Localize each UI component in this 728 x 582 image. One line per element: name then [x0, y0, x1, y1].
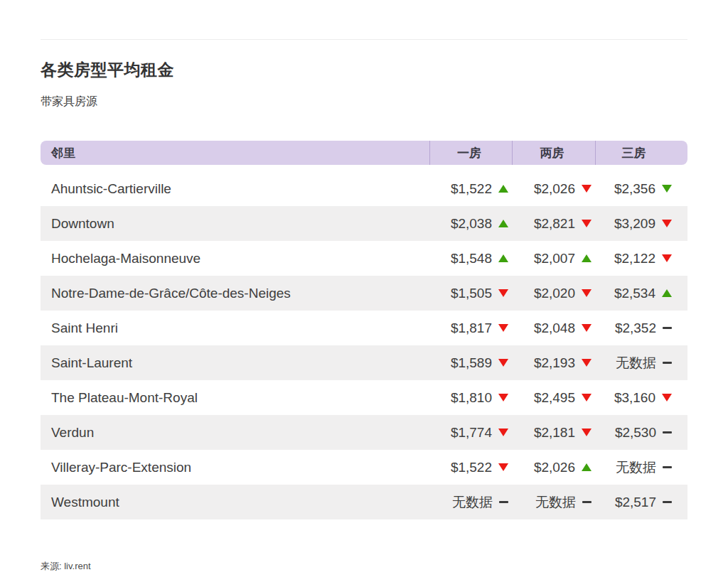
rent-value: 无数据 [535, 493, 576, 512]
column-header-three-bed: 三房 [595, 141, 687, 165]
rent-value: $1,817 [451, 320, 492, 336]
trend-up-icon [582, 254, 592, 262]
rent-cell: 无数据 [595, 345, 687, 380]
page-subtitle: 带家具房源 [41, 95, 687, 109]
trend-down-icon [498, 394, 508, 402]
trend-down-icon [582, 289, 592, 297]
rent-cell: $3,160 [595, 380, 687, 415]
rent-value: $2,356 [614, 181, 655, 197]
trend-down-icon [498, 289, 508, 297]
trend-flat-icon [499, 501, 508, 504]
trend-flat-icon [663, 501, 672, 504]
column-header-two-bed: 两房 [512, 141, 595, 165]
trend-up-icon [498, 254, 508, 262]
rent-value: $1,589 [451, 355, 492, 371]
table-row: Verdun $1,774 $2,181 $2,530 [41, 415, 687, 450]
rent-cell: $2,007 [512, 241, 595, 276]
trend-flat-icon [663, 431, 672, 434]
neighborhood-name: Saint Henri [41, 320, 429, 336]
trend-flat-icon [663, 362, 672, 365]
trend-flat-icon [663, 466, 672, 469]
rent-cell: 无数据 [512, 485, 595, 519]
rent-value: 无数据 [616, 458, 656, 477]
neighborhood-name: Verdun [41, 425, 429, 441]
rent-cell: $1,505 [429, 276, 512, 311]
trend-up-icon [498, 185, 508, 193]
rent-cell: $2,352 [595, 311, 687, 345]
rent-value: 无数据 [452, 493, 493, 512]
trend-down-icon [498, 429, 508, 436]
table-row: Villeray-Parc-Extension $1,522 $2,026 无数… [41, 450, 687, 485]
rent-value: $2,038 [451, 216, 492, 232]
table-row: Saint-Laurent $1,589 $2,193 无数据 [41, 345, 687, 380]
rent-cell: $2,038 [429, 206, 512, 241]
neighborhood-name: Hochelaga-Maisonneuve [41, 251, 429, 266]
rent-value: $1,548 [451, 251, 492, 266]
rent-value: $1,505 [451, 286, 492, 301]
rent-value: $3,209 [614, 216, 655, 232]
rent-cell: $1,548 [429, 241, 512, 276]
rent-value: $3,160 [614, 390, 655, 406]
rent-cell: $2,020 [512, 276, 595, 311]
trend-down-icon [662, 220, 672, 227]
rent-cell: $3,209 [595, 206, 687, 241]
rent-cell: 无数据 [595, 450, 687, 485]
rent-cell: $1,810 [429, 380, 512, 415]
rent-cell: $2,181 [512, 415, 595, 450]
trend-down-icon [498, 324, 508, 332]
trend-down-icon [582, 185, 592, 193]
neighborhood-name: Saint-Laurent [41, 355, 429, 371]
rent-cell: $2,026 [512, 171, 595, 206]
rent-cell: $2,356 [595, 171, 687, 206]
rent-value: $2,122 [614, 251, 655, 266]
table-body: Ahuntsic-Cartierville $1,522 $2,026 $2,3… [41, 171, 687, 519]
trend-down-icon [498, 463, 508, 471]
rent-cell: $2,517 [595, 485, 687, 519]
trend-down-icon [498, 359, 508, 367]
neighborhood-name: Downtown [41, 216, 429, 232]
rent-cell: 无数据 [429, 485, 512, 519]
rent-cell: $2,048 [512, 311, 595, 345]
rent-cell: $2,495 [512, 380, 595, 415]
rent-cell: $1,774 [429, 415, 512, 450]
column-header-one-bed: 一房 [429, 141, 512, 165]
rent-value: $2,534 [614, 286, 655, 301]
trend-down-icon [662, 394, 672, 402]
trend-down-icon [662, 185, 672, 193]
rent-cell: $2,122 [595, 241, 687, 276]
table-row: Downtown $2,038 $2,821 $3,209 [41, 206, 687, 241]
table-row: Westmount 无数据 无数据 $2,517 [41, 485, 687, 519]
table-row: Saint Henri $1,817 $2,048 $2,352 [41, 311, 687, 345]
top-divider [41, 39, 687, 40]
trend-down-icon [582, 359, 592, 367]
rent-value: $1,774 [451, 425, 492, 441]
table-row: Hochelaga-Maisonneuve $1,548 $2,007 $2,1… [41, 241, 687, 276]
page-content: 各类房型平均租金 带家具房源 邻里 一房 两房 三房 Ahuntsic-Cart… [41, 0, 687, 573]
neighborhood-name: Ahuntsic-Cartierville [41, 181, 429, 197]
rent-cell: $2,534 [595, 276, 687, 311]
source-caption: 来源: liv.rent [41, 560, 687, 573]
trend-up-icon [498, 220, 508, 227]
rent-value: $2,026 [534, 460, 575, 475]
column-header-neighborhood: 邻里 [41, 141, 429, 165]
trend-down-icon [582, 324, 592, 332]
table-row: The Plateau-Mont-Royal $1,810 $2,495 $3,… [41, 380, 687, 415]
trend-down-icon [582, 220, 592, 227]
rent-cell: $1,817 [429, 311, 512, 345]
trend-flat-icon [663, 327, 672, 330]
rent-table: 邻里 一房 两房 三房 Ahuntsic-Cartierville $1,522… [41, 141, 687, 519]
page-title: 各类房型平均租金 [41, 59, 687, 81]
neighborhood-name: Villeray-Parc-Extension [41, 460, 429, 475]
trend-down-icon [582, 429, 592, 436]
rent-value: $2,007 [534, 251, 575, 266]
rent-cell: $2,530 [595, 415, 687, 450]
rent-cell: $2,193 [512, 345, 595, 380]
rent-value: $2,495 [534, 390, 575, 406]
trend-down-icon [582, 394, 592, 402]
rent-cell: $1,522 [429, 171, 512, 206]
rent-value: $2,026 [534, 181, 575, 197]
rent-value: $2,048 [534, 320, 575, 336]
rent-value: $2,530 [615, 425, 656, 441]
table-row: Ahuntsic-Cartierville $1,522 $2,026 $2,3… [41, 171, 687, 206]
table-header-row: 邻里 一房 两房 三房 [41, 141, 687, 165]
